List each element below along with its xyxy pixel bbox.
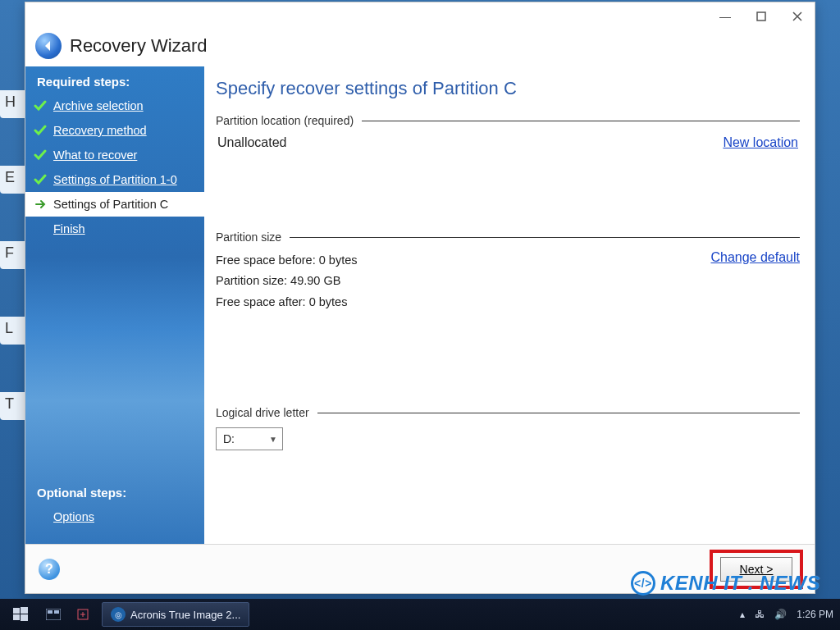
blank-icon (34, 222, 47, 235)
wizard-title: Recovery Wizard (70, 35, 207, 57)
recovery-wizard-dialog: — Recovery Wizard Required steps: Archiv… (25, 2, 815, 594)
next-button[interactable]: Next > (720, 557, 792, 582)
help-button[interactable]: ? (39, 559, 60, 580)
taskview-icon[interactable] (43, 604, 64, 625)
step-finish[interactable]: Finish (25, 217, 204, 241)
logical-drive-letter-header: Logical drive letter (216, 406, 800, 419)
section-label: Partition size (216, 231, 281, 244)
step-archive-selection[interactable]: Archive selection (25, 94, 204, 118)
partition-location-header: Partition location (required) (216, 114, 800, 127)
back-button[interactable] (35, 33, 62, 59)
divider (362, 121, 800, 121)
network-icon[interactable]: 🖧 (755, 609, 765, 620)
app-icon: ◎ (111, 607, 126, 622)
required-steps-header: Required steps: (25, 66, 204, 94)
free-space-before-value: 0 bytes (319, 253, 358, 267)
step-settings-partition-c[interactable]: Settings of Partition C (25, 192, 204, 217)
taskbar: ◎ Acronis True Image 2... ▴ 🖧 🔊 1:26 PM (0, 599, 840, 630)
clock[interactable]: 1:26 PM (797, 609, 833, 620)
check-icon (34, 99, 47, 112)
partition-size-header: Partition size (216, 231, 800, 244)
svg-rect-6 (48, 610, 52, 614)
taskbar-app-label: Acronis True Image 2... (130, 609, 240, 621)
step-label: Recovery method (53, 124, 147, 137)
volume-icon[interactable]: 🔊 (774, 609, 787, 620)
content-pane: Specify recover settings of Partition C … (204, 66, 815, 544)
divider (290, 237, 800, 238)
svg-rect-4 (21, 614, 28, 621)
optional-steps-header: Optional steps: (25, 477, 204, 504)
partition-size-value: 49.90 GB (290, 274, 340, 287)
svg-rect-2 (21, 607, 28, 614)
maximize-button[interactable] (752, 7, 770, 25)
step-label: What to recover (53, 148, 137, 162)
drive-letter-value: D: (223, 432, 235, 445)
windows-icon (12, 606, 29, 623)
blank-icon (34, 510, 47, 523)
system-tray: ▴ 🖧 🔊 1:26 PM (740, 609, 833, 620)
step-label: Settings of Partition C (53, 198, 168, 211)
svg-rect-0 (757, 12, 765, 21)
next-button-highlight: Next > (710, 550, 803, 589)
check-icon (34, 148, 47, 162)
close-button[interactable] (788, 7, 806, 25)
section-label: Partition location (required) (216, 114, 354, 127)
section-label: Logical drive letter (216, 406, 309, 419)
step-label: Archive selection (53, 99, 144, 112)
required-steps-list: Archive selection Recovery method What t… (25, 94, 204, 241)
check-icon (34, 173, 47, 186)
step-recovery-method[interactable]: Recovery method (25, 118, 204, 143)
change-default-link[interactable]: Change default (710, 250, 800, 264)
step-what-to-recover[interactable]: What to recover (25, 143, 204, 167)
step-label: Finish (53, 222, 85, 235)
sidebar: Required steps: Archive selection Recove… (25, 66, 204, 544)
step-settings-partition-1-0[interactable]: Settings of Partition 1-0 (25, 167, 204, 192)
arrow-right-icon (34, 198, 47, 211)
start-button[interactable] (7, 603, 34, 626)
partition-location-value: Unallocated (217, 135, 287, 150)
check-icon (34, 124, 47, 137)
page-title: Specify recover settings of Partition C (216, 78, 800, 99)
chevron-down-icon: ▼ (269, 435, 277, 444)
partition-size-values: Free space before: 0 bytes Partition siz… (216, 250, 358, 313)
minimize-button[interactable]: — (716, 7, 734, 25)
step-options[interactable]: Options (25, 504, 204, 529)
drive-letter-select[interactable]: D: ▼ (216, 427, 283, 450)
taskbar-app-acronis[interactable]: ◎ Acronis True Image 2... (102, 602, 249, 627)
svg-rect-3 (13, 614, 20, 620)
optional-steps-list: Options (25, 504, 204, 529)
svg-rect-7 (54, 610, 59, 614)
titlebar: — (25, 2, 815, 30)
dialog-header: Recovery Wizard (25, 30, 815, 66)
new-location-link[interactable]: New location (723, 135, 798, 150)
dialog-footer: ? Next > (25, 544, 815, 593)
svg-rect-1 (13, 608, 20, 614)
free-space-after-value: 0 bytes (309, 295, 348, 308)
step-label: Options (53, 510, 94, 523)
tray-icon[interactable]: ▴ (740, 609, 745, 620)
step-label: Settings of Partition 1-0 (53, 173, 177, 186)
divider (317, 413, 800, 413)
pinned-app-icon[interactable] (72, 604, 94, 625)
